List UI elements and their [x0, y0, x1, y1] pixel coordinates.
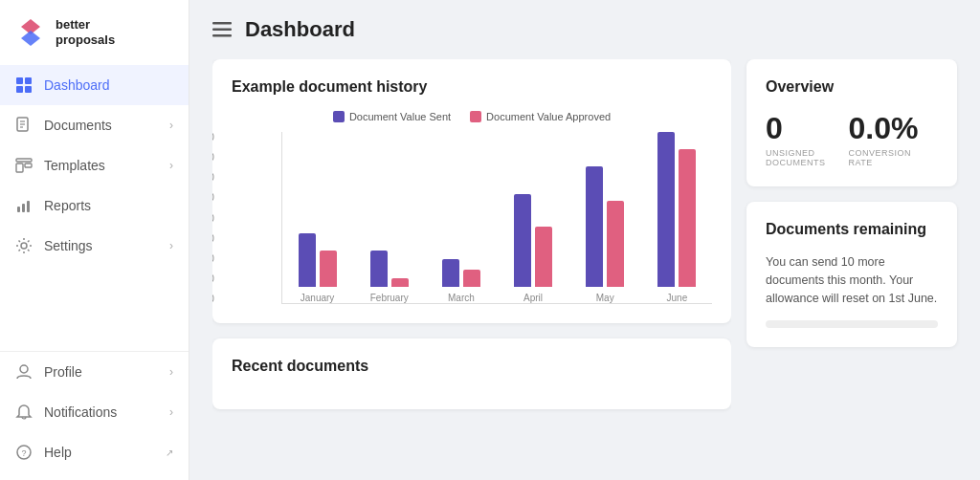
bar-sent — [442, 259, 459, 287]
svg-rect-12 — [25, 164, 32, 167]
svg-text:?: ? — [21, 448, 26, 458]
chart-bars: JanuaryFebruaryMarchAprilMayJune — [292, 132, 702, 303]
progress-bar-background — [766, 320, 938, 328]
hamburger-icon[interactable] — [212, 22, 232, 37]
logo-icon — [15, 17, 46, 48]
profile-icon — [15, 363, 33, 381]
templates-icon — [15, 157, 33, 174]
bar-sent — [657, 132, 675, 287]
bar-month-label: February — [370, 293, 409, 303]
y-label: 0 — [212, 294, 214, 304]
bar-group-june: June — [657, 132, 696, 303]
sidebar-item-settings[interactable]: Settings › — [0, 226, 189, 266]
external-link-icon: ↗ — [166, 447, 173, 458]
bar-sent — [370, 251, 388, 287]
y-label: 20000 — [212, 253, 214, 264]
main-content: Dashboard Example document history Docum… — [189, 0, 980, 480]
legend-sent: Document Value Sent — [333, 111, 451, 122]
svg-rect-22 — [212, 34, 232, 37]
bar-group-march: March — [442, 259, 480, 303]
logo-text: better proposals — [56, 17, 115, 47]
bar-approved — [607, 201, 624, 287]
documents-remaining-card: Documents remaining You can send 10 more… — [746, 202, 957, 347]
documents-remaining-text: You can send 10 more documents this mont… — [766, 253, 938, 307]
recent-documents-card: Recent documents — [212, 338, 731, 409]
chevron-right-icon: › — [169, 159, 173, 172]
sidebar-item-label: Profile — [44, 364, 82, 380]
sidebar-item-profile[interactable]: Profile › — [0, 352, 189, 392]
settings-icon — [15, 237, 33, 254]
bars-row — [514, 194, 552, 287]
y-label: 50000 — [212, 192, 214, 203]
sidebar-item-reports[interactable]: Reports — [0, 185, 189, 226]
svg-rect-14 — [22, 204, 25, 212]
sidebar-item-notifications[interactable]: Notifications › — [0, 392, 189, 432]
stat-conversion-label: CONVERSION RATE — [849, 148, 939, 167]
svg-rect-5 — [25, 86, 32, 93]
bar-group-february: February — [370, 251, 409, 303]
y-label: 70000 — [212, 152, 214, 163]
bar-month-label: January — [301, 293, 335, 303]
legend-approved: Document Value Approved — [470, 111, 611, 122]
sidebar-item-label: Settings — [44, 238, 93, 253]
svg-rect-4 — [16, 86, 23, 93]
svg-rect-10 — [16, 159, 32, 162]
y-label: 60000 — [212, 172, 214, 183]
sidebar-item-label: Documents — [44, 118, 112, 133]
chart-card: Example document history Document Value … — [212, 59, 731, 323]
bars-row — [586, 166, 624, 287]
legend-approved-label: Document Value Approved — [486, 111, 611, 122]
sidebar-item-dashboard[interactable]: Dashboard — [0, 65, 189, 105]
sidebar-bottom: Profile › Notifications › ? — [0, 351, 189, 480]
sidebar-item-label: Reports — [44, 198, 91, 213]
overview-stats: 0 UNSIGNEDDOCUMENTS 0.0% CONVERSION RATE — [766, 111, 938, 167]
y-axis-labels: 80000 70000 60000 50000 40000 30000 2000… — [212, 132, 214, 304]
chevron-right-icon: › — [169, 405, 173, 419]
stat-conversion: 0.0% CONVERSION RATE — [849, 111, 939, 167]
bar-month-label: June — [667, 293, 688, 303]
stat-unsigned-value: 0 — [766, 111, 826, 146]
help-icon: ? — [15, 444, 33, 461]
svg-rect-15 — [27, 201, 30, 212]
stat-conversion-value: 0.0% — [849, 111, 939, 146]
recent-documents-title: Recent documents — [232, 358, 712, 375]
chevron-right-icon: › — [169, 365, 173, 379]
bar-approved — [463, 270, 480, 287]
chevron-right-icon: › — [169, 119, 173, 132]
sidebar-nav: Dashboard Documents › — [0, 65, 189, 480]
bar-group-may: May — [586, 166, 624, 303]
sidebar-item-templates[interactable]: Templates › — [0, 145, 189, 185]
sidebar-item-documents[interactable]: Documents › — [0, 105, 189, 145]
chart-title: Example document history — [232, 78, 712, 96]
y-label: 80000 — [212, 132, 214, 142]
sidebar-item-label: Dashboard — [44, 77, 110, 93]
overview-card: Overview 0 UNSIGNEDDOCUMENTS 0.0% CONVER… — [746, 59, 957, 186]
svg-point-16 — [21, 243, 27, 249]
bars-row — [657, 132, 696, 287]
bars-row — [299, 233, 337, 287]
svg-rect-13 — [17, 207, 20, 212]
chart-area: JanuaryFebruaryMarchAprilMayJune — [281, 132, 712, 304]
bar-month-label: March — [448, 293, 475, 303]
bars-row — [442, 259, 480, 287]
documents-icon — [15, 117, 33, 134]
bar-approved — [535, 227, 552, 287]
dashboard-icon — [15, 76, 33, 94]
bar-group-april: April — [514, 194, 552, 303]
svg-rect-3 — [25, 77, 32, 84]
stat-unsigned: 0 UNSIGNEDDOCUMENTS — [766, 111, 826, 167]
sidebar-item-help[interactable]: ? Help ↗ — [0, 432, 189, 472]
y-label: 40000 — [212, 213, 214, 224]
page-title: Dashboard — [245, 17, 355, 42]
legend-sent-label: Document Value Sent — [349, 111, 451, 122]
overview-title: Overview — [766, 78, 938, 96]
y-label: 10000 — [212, 273, 214, 284]
svg-rect-11 — [16, 164, 23, 172]
y-label: 30000 — [212, 233, 214, 244]
bar-group-january: January — [299, 233, 337, 303]
legend-approved-dot — [470, 111, 481, 122]
bar-sent — [586, 166, 603, 287]
legend-sent-dot — [333, 111, 345, 122]
notifications-icon — [15, 404, 33, 421]
chart-legend: Document Value Sent Document Value Appro… — [232, 111, 712, 122]
